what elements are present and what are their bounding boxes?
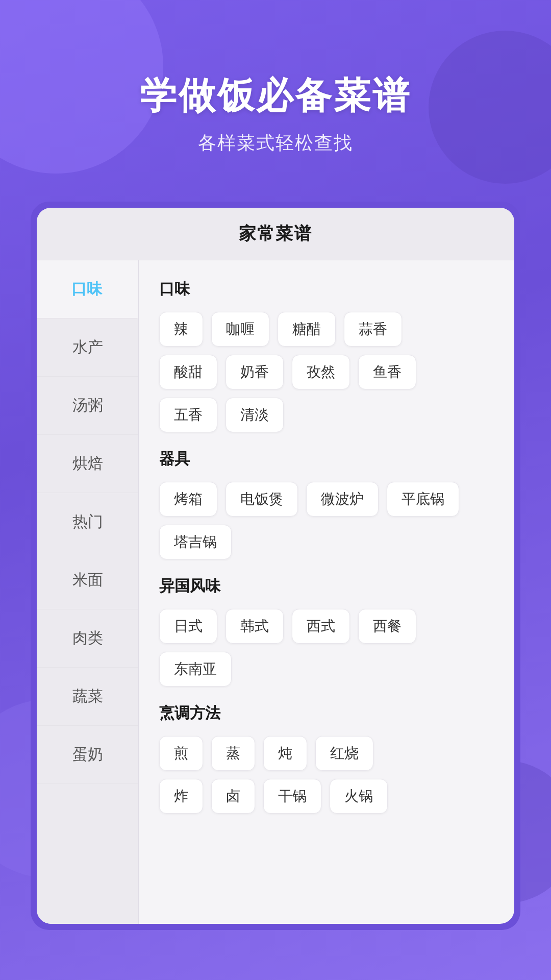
section-yiguofengwei: 异国风味日式韩式西式西餐东南亚 — [159, 576, 494, 687]
tag-炸[interactable]: 炸 — [159, 779, 203, 814]
tags-row-pengtiaofahfa-0: 煎蒸炖红烧 — [159, 736, 494, 771]
tag-煎[interactable]: 煎 — [159, 736, 203, 771]
card-body: 口味水产汤粥烘焙热门米面肉类蔬菜蛋奶 口味辣咖喱糖醋蒜香酸甜奶香孜然鱼香五香清淡… — [37, 260, 514, 924]
section-title-yiguofengwei: 异国风味 — [159, 576, 494, 597]
tag-火锅[interactable]: 火锅 — [330, 779, 388, 814]
tags-row-qiju-0: 烤箱电饭煲微波炉平底锅 — [159, 482, 494, 517]
sidebar-item-mimian[interactable]: 米面 — [37, 551, 138, 609]
sidebar-item-remen[interactable]: 热门 — [37, 493, 138, 551]
section-kouwei: 口味辣咖喱糖醋蒜香酸甜奶香孜然鱼香五香清淡 — [159, 279, 494, 432]
sidebar-item-shuichan[interactable]: 水产 — [37, 318, 138, 377]
section-title-qiju: 器具 — [159, 449, 494, 470]
tags-row-yiguofengwei-1: 东南亚 — [159, 652, 494, 687]
tag-炖[interactable]: 炖 — [263, 736, 307, 771]
sidebar-item-kouwei[interactable]: 口味 — [37, 260, 138, 318]
section-title-kouwei: 口味 — [159, 279, 494, 300]
tag-西餐[interactable]: 西餐 — [358, 609, 416, 644]
tag-蒸[interactable]: 蒸 — [211, 736, 255, 771]
tag-咖喱[interactable]: 咖喱 — [211, 312, 269, 347]
tag-鱼香[interactable]: 鱼香 — [358, 355, 416, 389]
sidebar-item-shucai[interactable]: 蔬菜 — [37, 668, 138, 726]
app-subtitle: 各样菜式轻松查找 — [31, 131, 520, 156]
section-title-pengtiaofahfa: 烹调方法 — [159, 703, 494, 724]
tag-电饭煲[interactable]: 电饭煲 — [226, 482, 298, 517]
tag-奶香[interactable]: 奶香 — [226, 355, 284, 389]
tag-塔吉锅[interactable]: 塔吉锅 — [159, 525, 232, 559]
app-title: 学做饭必备菜谱 — [31, 71, 520, 120]
sidebar-item-tangzhou[interactable]: 汤粥 — [37, 377, 138, 435]
tag-蒜香[interactable]: 蒜香 — [344, 312, 402, 347]
tag-东南亚[interactable]: 东南亚 — [159, 652, 232, 687]
tags-row-kouwei-1: 酸甜奶香孜然鱼香 — [159, 355, 494, 389]
tag-酸甜[interactable]: 酸甜 — [159, 355, 217, 389]
main-card: 家常菜谱 口味水产汤粥烘焙热门米面肉类蔬菜蛋奶 口味辣咖喱糖醋蒜香酸甜奶香孜然鱼… — [37, 208, 514, 924]
sidebar-item-dannai[interactable]: 蛋奶 — [37, 726, 138, 784]
tag-烤箱[interactable]: 烤箱 — [159, 482, 217, 517]
tag-红烧[interactable]: 红烧 — [315, 736, 373, 771]
category-sidebar: 口味水产汤粥烘焙热门米面肉类蔬菜蛋奶 — [37, 260, 139, 924]
tag-五香[interactable]: 五香 — [159, 398, 217, 432]
tag-日式[interactable]: 日式 — [159, 609, 217, 644]
tag-卤[interactable]: 卤 — [211, 779, 255, 814]
tags-row-kouwei-0: 辣咖喱糖醋蒜香 — [159, 312, 494, 347]
section-pengtiaofahfa: 烹调方法煎蒸炖红烧炸卤干锅火锅 — [159, 703, 494, 814]
card-header: 家常菜谱 — [37, 208, 514, 260]
app-header: 学做饭必备菜谱 各样菜式轻松查找 — [0, 0, 551, 186]
sidebar-item-hongbei[interactable]: 烘焙 — [37, 435, 138, 493]
tag-清淡[interactable]: 清淡 — [226, 398, 284, 432]
tag-韩式[interactable]: 韩式 — [226, 609, 284, 644]
tag-孜然[interactable]: 孜然 — [292, 355, 350, 389]
card-outer-frame: 家常菜谱 口味水产汤粥烘焙热门米面肉类蔬菜蛋奶 口味辣咖喱糖醋蒜香酸甜奶香孜然鱼… — [31, 202, 520, 930]
tags-row-pengtiaofahfa-1: 炸卤干锅火锅 — [159, 779, 494, 814]
tags-row-qiju-1: 塔吉锅 — [159, 525, 494, 559]
tags-row-kouwei-2: 五香清淡 — [159, 398, 494, 432]
tag-糖醋[interactable]: 糖醋 — [278, 312, 336, 347]
tag-平底锅[interactable]: 平底锅 — [387, 482, 459, 517]
tag-微波炉[interactable]: 微波炉 — [306, 482, 379, 517]
tags-row-yiguofengwei-0: 日式韩式西式西餐 — [159, 609, 494, 644]
content-area: 口味辣咖喱糖醋蒜香酸甜奶香孜然鱼香五香清淡器具烤箱电饭煲微波炉平底锅塔吉锅异国风… — [139, 260, 514, 924]
tag-干锅[interactable]: 干锅 — [263, 779, 321, 814]
section-qiju: 器具烤箱电饭煲微波炉平底锅塔吉锅 — [159, 449, 494, 559]
tag-西式[interactable]: 西式 — [292, 609, 350, 644]
main-card-wrapper: 家常菜谱 口味水产汤粥烘焙热门米面肉类蔬菜蛋奶 口味辣咖喱糖醋蒜香酸甜奶香孜然鱼… — [31, 202, 520, 930]
card-title: 家常菜谱 — [239, 224, 312, 243]
tag-辣[interactable]: 辣 — [159, 312, 203, 347]
sidebar-item-roulei[interactable]: 肉类 — [37, 609, 138, 668]
